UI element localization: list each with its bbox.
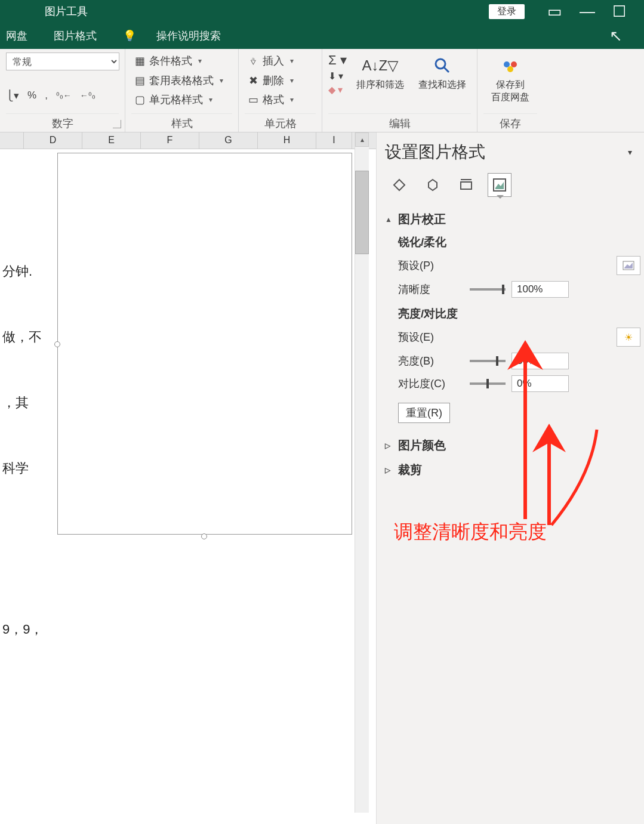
preset-brightness-button[interactable]: ☀ bbox=[617, 328, 640, 347]
col-header[interactable]: D bbox=[24, 132, 82, 149]
tab-netdisk[interactable]: 网盘 bbox=[0, 29, 33, 43]
resize-handle-left[interactable] bbox=[54, 341, 60, 347]
ribbon: 常规 ⎩▾ % , ⁰₀← ←⁰₀ 数字 ▦条件格式▾ ▤套用表格格式▾ ▢单元… bbox=[0, 49, 644, 132]
svg-rect-5 bbox=[461, 182, 472, 189]
cursor-icon: ↖ bbox=[609, 27, 623, 45]
number-buttons: ⎩▾ % , ⁰₀← ←⁰₀ bbox=[6, 90, 119, 102]
table-format-icon: ▤ bbox=[134, 75, 146, 87]
login-button[interactable]: 登录 bbox=[489, 4, 525, 19]
context-title: 图片工具 bbox=[45, 4, 88, 18]
svg-point-0 bbox=[436, 59, 445, 69]
sharpness-slider[interactable] bbox=[470, 288, 506, 291]
col-sep[interactable] bbox=[0, 132, 24, 149]
col-header[interactable]: E bbox=[82, 132, 141, 149]
percent-button[interactable]: % bbox=[27, 90, 36, 101]
autosum-icon[interactable]: Σ ▾ bbox=[328, 53, 347, 68]
contrast-label: 对比度(C) bbox=[398, 376, 464, 391]
sharpen-soften-label: 锐化/柔化 bbox=[398, 234, 644, 250]
save-baidu-button[interactable]: 保存到 百度网盘 bbox=[483, 53, 537, 106]
preset-e-label: 预设(E) bbox=[398, 330, 464, 344]
maximize-icon[interactable]: ☐ bbox=[612, 2, 626, 21]
sun-icon: ☀ bbox=[624, 332, 633, 343]
svg-point-2 bbox=[504, 61, 510, 67]
conditional-format-button[interactable]: ▦条件格式▾ bbox=[131, 53, 232, 69]
contrast-input[interactable] bbox=[511, 375, 569, 392]
svg-line-1 bbox=[444, 67, 449, 72]
col-header[interactable]: G bbox=[199, 132, 258, 149]
brightness-slider[interactable] bbox=[470, 360, 506, 362]
ribbon-group-cells: ⎀插入▾ ✖删除▾ ▭格式▾ 单元格 bbox=[239, 49, 322, 132]
resize-handle-bottom[interactable] bbox=[201, 533, 207, 539]
delete-icon: ✖ bbox=[247, 75, 259, 87]
group-label-save: 保存 bbox=[483, 113, 537, 131]
scroll-thumb[interactable] bbox=[355, 171, 369, 254]
format-button[interactable]: ▭格式▾ bbox=[245, 91, 316, 108]
fill-icon[interactable]: ⬇ ▾ bbox=[328, 70, 347, 82]
ribbon-options-icon[interactable]: ▭ bbox=[547, 2, 562, 21]
minimize-icon[interactable]: — bbox=[580, 2, 594, 21]
triangle-right-icon: ▷ bbox=[385, 442, 393, 450]
preset-p-label: 预设(P) bbox=[398, 258, 464, 273]
pane-tabs bbox=[385, 169, 644, 197]
col-header[interactable]: F bbox=[141, 132, 199, 149]
cell-style-button[interactable]: ▢单元格样式▾ bbox=[131, 91, 232, 108]
section-header-color[interactable]: ▷图片颜色 bbox=[385, 437, 644, 453]
title-bar: 图片工具 登录 ▭ — ☐ bbox=[0, 0, 644, 23]
group-label-styles: 样式 bbox=[131, 113, 232, 131]
lightbulb-icon: 💡 bbox=[123, 29, 136, 42]
pane-title: 设置图片格式 ▾ bbox=[385, 141, 644, 169]
svg-marker-8 bbox=[495, 182, 504, 189]
pane-menu-icon[interactable]: ▾ bbox=[628, 147, 632, 157]
col-header[interactable]: I bbox=[316, 132, 352, 149]
ribbon-group-save: 保存到 百度网盘 保存 bbox=[477, 49, 543, 132]
baidu-icon bbox=[500, 55, 521, 76]
sharpness-label: 清晰度 bbox=[398, 282, 464, 297]
section-header-corrections[interactable]: ▲图片校正 bbox=[385, 211, 644, 227]
contrast-slider[interactable] bbox=[470, 382, 506, 385]
table-format-button[interactable]: ▤套用表格格式▾ bbox=[131, 72, 232, 89]
left-cell-fragments: 分钟. 做，不 ，其 科学 9，9， bbox=[0, 149, 43, 686]
brightness-contrast-label: 亮度/对比度 bbox=[398, 306, 644, 322]
preset-sharpen-button[interactable] bbox=[617, 256, 640, 275]
number-format-select[interactable]: 常规 bbox=[6, 53, 119, 70]
brightness-label: 亮度(B) bbox=[398, 354, 464, 368]
expand-icon[interactable] bbox=[113, 120, 121, 128]
inserted-picture[interactable] bbox=[57, 153, 352, 535]
cell-style-icon: ▢ bbox=[134, 94, 146, 106]
insert-button[interactable]: ⎀插入▾ bbox=[245, 53, 316, 69]
col-header[interactable]: H bbox=[258, 132, 316, 149]
group-label-editing: 编辑 bbox=[328, 113, 471, 131]
increase-decimal-button[interactable]: ⁰₀← bbox=[56, 91, 72, 100]
tell-me-search[interactable]: 操作说明搜索 bbox=[150, 29, 227, 43]
section-crop: ▷裁剪 bbox=[385, 462, 644, 478]
triangle-right-icon: ▷ bbox=[385, 466, 393, 474]
find-select-button[interactable]: 查找和选择 bbox=[414, 53, 471, 111]
svg-marker-10 bbox=[624, 263, 633, 269]
reset-button[interactable]: 重置(R) bbox=[398, 403, 450, 423]
comma-button[interactable]: , bbox=[45, 90, 48, 101]
tab-picture-format[interactable]: 图片格式 bbox=[48, 29, 103, 43]
clear-icon[interactable]: ◆ ▾ bbox=[328, 84, 347, 95]
ribbon-group-editing: Σ ▾ ⬇ ▾ ◆ ▾ A↓Z▽ 排序和筛选 查找和选择 编辑 bbox=[322, 49, 477, 132]
section-corrections: ▲图片校正 锐化/柔化 预设(P) 清晰度 亮度/对比度 预设(E) ☀ 亮度(… bbox=[385, 211, 644, 423]
brightness-input[interactable] bbox=[511, 353, 569, 369]
insert-icon: ⎀ bbox=[247, 55, 259, 67]
accounting-button[interactable]: ⎩▾ bbox=[6, 90, 19, 102]
section-header-crop[interactable]: ▷裁剪 bbox=[385, 462, 644, 478]
delete-button[interactable]: ✖删除▾ bbox=[245, 72, 316, 89]
sharpness-input[interactable] bbox=[511, 281, 569, 298]
tab-size-icon[interactable] bbox=[454, 173, 478, 197]
tab-bar: 网盘 图片格式 💡 操作说明搜索 ↖ bbox=[0, 23, 644, 49]
sort-filter-icon: A↓Z▽ bbox=[369, 55, 391, 76]
cond-format-icon: ▦ bbox=[134, 55, 146, 67]
sort-filter-button[interactable]: A↓Z▽ 排序和筛选 bbox=[352, 53, 409, 111]
decrease-decimal-button[interactable]: ←⁰₀ bbox=[80, 91, 95, 100]
format-icon: ▭ bbox=[247, 94, 259, 106]
magnify-icon bbox=[432, 55, 453, 76]
vertical-scrollbar[interactable]: ▴ bbox=[355, 132, 369, 813]
scroll-up-icon[interactable]: ▴ bbox=[355, 132, 369, 147]
column-headers: D E F G H I bbox=[0, 132, 376, 149]
tab-fill-icon[interactable] bbox=[387, 173, 411, 197]
tab-picture-icon[interactable] bbox=[488, 173, 511, 197]
tab-effects-icon[interactable] bbox=[421, 173, 445, 197]
